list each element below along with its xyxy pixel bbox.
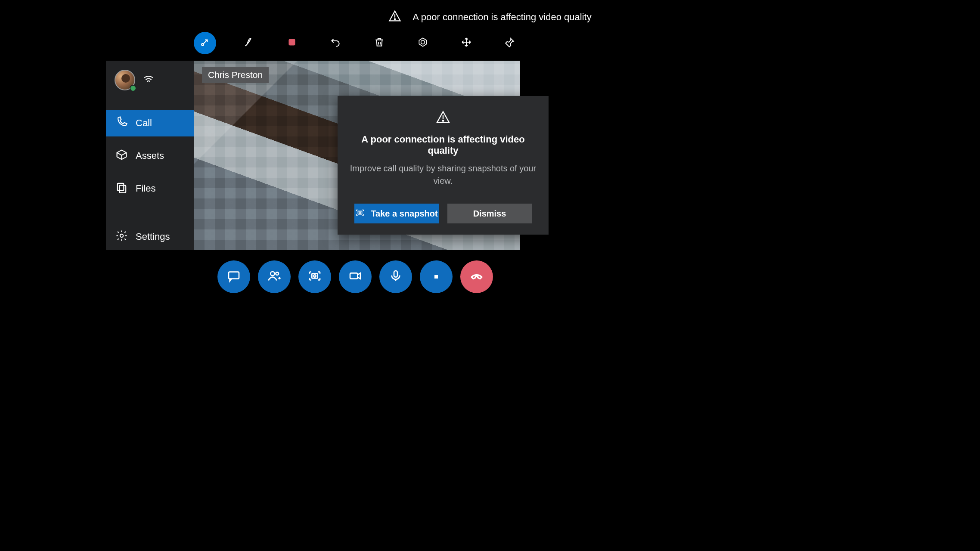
aperture-icon [417, 37, 428, 50]
sidebar-nav: Call Assets Files [106, 99, 194, 250]
presence-badge [130, 85, 136, 92]
remote-name-text: Chris Preston [208, 70, 263, 80]
undo-icon [330, 37, 341, 50]
mic-button[interactable] [379, 260, 412, 293]
toolbar-undo-button[interactable] [324, 32, 347, 54]
dismiss-label: Dismiss [473, 209, 506, 219]
ink-pen-icon [243, 37, 254, 50]
video-button[interactable] [339, 260, 372, 293]
chat-button[interactable] [217, 260, 250, 293]
sidebar-item-label: Assets [136, 150, 164, 161]
sidebar-item-files[interactable]: Files [106, 175, 194, 202]
toolbar-move-button[interactable] [455, 32, 478, 54]
gear-icon [115, 229, 128, 245]
pin-icon [504, 37, 515, 50]
svg-rect-18 [350, 273, 357, 279]
warning-icon [388, 9, 401, 25]
svg-point-8 [120, 234, 123, 237]
sidebar: Call Assets Files [106, 61, 194, 250]
sidebar-item-call[interactable]: Call [106, 110, 194, 136]
connection-banner: A poor connection is affecting video qua… [0, 9, 980, 25]
sidebar-item-label: Files [136, 183, 155, 194]
minimize-icon [199, 37, 211, 50]
svg-point-10 [443, 120, 444, 121]
toolbar-pin-button[interactable] [499, 32, 521, 54]
svg-rect-6 [118, 183, 124, 190]
svg-point-2 [202, 43, 204, 46]
connection-banner-text: A poor connection is affecting video qua… [412, 12, 591, 23]
user-avatar[interactable] [115, 70, 135, 90]
svg-rect-19 [394, 271, 397, 277]
snapshot-button[interactable] [298, 260, 331, 293]
snapshot-icon [308, 269, 322, 285]
sidebar-item-label: Call [136, 118, 152, 129]
hangup-button[interactable] [460, 260, 493, 293]
sidebar-item-label: Settings [136, 231, 170, 242]
phone-icon [115, 116, 128, 131]
take-snapshot-label: Take a snapshot [371, 209, 437, 219]
svg-rect-3 [289, 39, 295, 45]
sidebar-item-assets[interactable]: Assets [106, 142, 194, 169]
svg-point-1 [394, 19, 395, 19]
take-snapshot-button[interactable]: Take a snapshot [354, 204, 439, 223]
add-people-icon [267, 269, 281, 285]
dismiss-button[interactable]: Dismiss [447, 204, 532, 223]
chat-icon [227, 269, 241, 285]
sidebar-item-settings[interactable]: Settings [106, 223, 194, 250]
box-icon [115, 149, 128, 164]
svg-point-12 [360, 212, 361, 214]
svg-rect-7 [120, 185, 126, 192]
svg-point-5 [421, 40, 425, 44]
toolbar-minimize-button[interactable] [194, 32, 216, 54]
trash-icon [374, 37, 385, 50]
signal-icon [143, 74, 154, 87]
toolbar-stop-record-button[interactable] [281, 32, 303, 54]
svg-point-17 [313, 275, 316, 277]
remote-name-tag: Chris Preston [202, 67, 269, 83]
svg-rect-13 [229, 272, 239, 279]
mic-icon [389, 269, 403, 285]
poor-connection-dialog: A poor connection is affecting video qua… [338, 96, 549, 235]
hangup-icon [470, 269, 484, 285]
toolbar-delete-button[interactable] [368, 32, 391, 54]
move-arrows-icon [461, 37, 472, 50]
files-icon [115, 181, 128, 196]
svg-point-14 [270, 272, 274, 276]
call-controls [217, 260, 493, 293]
svg-point-15 [276, 272, 279, 275]
svg-marker-4 [419, 38, 426, 46]
record-button[interactable] [420, 260, 453, 293]
add-people-button[interactable] [258, 260, 291, 293]
record-stop-icon [286, 37, 298, 50]
toolbar-aperture-button[interactable] [412, 32, 434, 54]
dialog-subtitle: Improve call quality by sharing snapshot… [350, 162, 537, 187]
video-icon [348, 269, 362, 285]
dialog-title: A poor connection is affecting video qua… [350, 134, 537, 156]
warning-icon [436, 110, 450, 126]
annotation-toolbar [194, 32, 521, 54]
dialog-actions: Take a snapshot Dismiss [350, 204, 537, 223]
snapshot-icon [355, 208, 365, 220]
sidebar-header [106, 61, 194, 99]
toolbar-ink-button[interactable] [237, 32, 260, 54]
